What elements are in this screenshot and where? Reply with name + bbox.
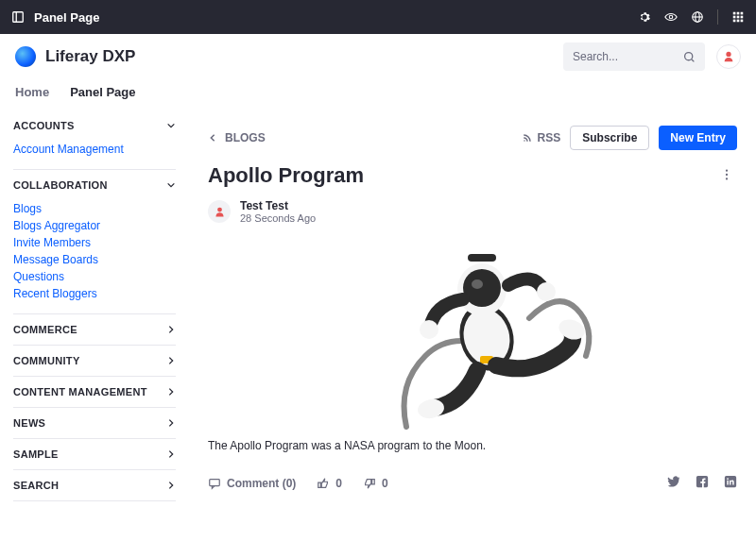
svg-point-17: [726, 52, 730, 57]
rss-label: RSS: [538, 131, 561, 144]
dislike-button[interactable]: 0: [363, 477, 388, 490]
svg-rect-14: [741, 20, 744, 23]
sidebar-header-news[interactable]: NEWS: [13, 417, 176, 429]
sidebar-header-accounts[interactable]: ACCOUNTS: [13, 120, 176, 131]
blog-actions: RSS Subscribe New Entry: [522, 126, 737, 150]
back-to-blogs[interactable]: BLOGS: [208, 131, 266, 144]
more-options-button[interactable]: [716, 164, 737, 188]
blog-title: Apollo Program: [208, 163, 364, 188]
sidebar-group-community: COMMUNITY: [13, 346, 176, 377]
sidebar-group-sample: SAMPLE: [13, 439, 176, 470]
apps-icon[interactable]: [731, 10, 745, 24]
sidebar-link-recent-bloggers[interactable]: Recent Bloggers: [13, 287, 176, 300]
svg-rect-7: [737, 12, 740, 15]
author-name: Test Test: [240, 199, 316, 212]
svg-point-27: [472, 279, 483, 289]
author-avatar[interactable]: [208, 200, 231, 223]
author-row: Test Test 28 Seconds Ago: [208, 199, 737, 224]
svg-rect-12: [733, 20, 736, 23]
gear-icon[interactable]: [638, 10, 651, 24]
sidebar-header-sample[interactable]: SAMPLE: [13, 448, 176, 460]
sidebar-link-blogs-aggregator[interactable]: Blogs Aggregator: [13, 219, 176, 232]
chevron-down-icon: [166, 121, 176, 130]
sidebar-header-community[interactable]: COMMUNITY: [13, 355, 176, 366]
share-twitter[interactable]: [667, 475, 680, 491]
sidebar-header-collaboration[interactable]: COLLABORATION: [13, 179, 176, 191]
dots-vertical-icon: [720, 168, 733, 181]
chevron-left-icon: [208, 133, 217, 143]
svg-point-2: [669, 15, 673, 19]
svg-rect-33: [210, 479, 220, 485]
footer-right: [667, 475, 737, 491]
sidebar-header-content-management[interactable]: CONTENT MANAGEMENT: [13, 386, 176, 397]
share-linkedin[interactable]: [724, 475, 737, 491]
search-placeholder: Search...: [573, 50, 618, 63]
logo-wrap[interactable]: Liferay DXP: [15, 46, 135, 67]
comment-button[interactable]: Comment (0): [208, 477, 296, 490]
sidebar-group-news: NEWS: [13, 408, 176, 439]
author-time: 28 Seconds Ago: [240, 212, 316, 224]
svg-rect-0: [13, 12, 24, 23]
sidebar-group-content-management: CONTENT MANAGEMENT: [13, 377, 176, 408]
astronaut-illustration: [340, 243, 605, 431]
sidebar-title: COMMUNITY: [13, 355, 80, 366]
logo-icon: [15, 46, 36, 67]
sidebar-group-commerce: COMMERCE: [13, 314, 176, 346]
rss-icon: [522, 132, 533, 144]
sidebar-title: ACCOUNTS: [13, 120, 75, 131]
rss-link[interactable]: RSS: [522, 131, 561, 144]
sidebar-header-commerce[interactable]: COMMERCE: [13, 324, 176, 335]
sidebar-title: COLLABORATION: [13, 179, 108, 191]
user-icon: [214, 206, 226, 218]
like-button[interactable]: 0: [317, 477, 342, 490]
twitter-icon: [667, 475, 680, 488]
layout: ACCOUNTS Account Management COLLABORATIO…: [0, 110, 756, 506]
comment-icon: [208, 477, 221, 490]
sidebar-link-message-boards[interactable]: Message Boards: [13, 253, 176, 266]
chevron-right-icon: [166, 481, 176, 490]
svg-rect-13: [737, 20, 740, 23]
eye-icon[interactable]: [664, 10, 678, 24]
sidebar-header-search[interactable]: SEARCH: [13, 480, 176, 491]
nav-panel-page[interactable]: Panel Page: [70, 85, 135, 99]
svg-point-21: [217, 207, 222, 211]
sidebar-title: SAMPLE: [13, 448, 59, 460]
svg-rect-6: [733, 12, 736, 15]
footer-left: Comment (0) 0 0: [208, 477, 388, 490]
svg-rect-11: [741, 16, 744, 19]
blog-image: [208, 243, 737, 431]
svg-point-20: [726, 178, 728, 179]
blog-footer: Comment (0) 0 0: [208, 475, 737, 491]
subscribe-button[interactable]: Subscribe: [570, 126, 649, 150]
sidebar-group-collaboration: COLLABORATION Blogs Blogs Aggregator Inv…: [13, 170, 176, 314]
like-count: 0: [335, 477, 342, 490]
comment-label: Comment (0): [227, 477, 296, 490]
search-icon: [683, 51, 696, 63]
panel-icon[interactable]: [11, 10, 25, 24]
breadcrumb-label: BLOGS: [225, 131, 266, 144]
sidebar-group-search: SEARCH: [13, 470, 176, 501]
svg-rect-8: [741, 12, 744, 15]
user-avatar[interactable]: [716, 44, 741, 69]
sidebar-title: COMMERCE: [13, 324, 77, 335]
svg-point-19: [726, 173, 728, 175]
brand-title: Liferay DXP: [45, 47, 135, 66]
new-entry-button[interactable]: New Entry: [659, 126, 737, 150]
globe-icon[interactable]: [691, 10, 704, 24]
sidebar-link-questions[interactable]: Questions: [13, 270, 176, 283]
top-bar-right: [638, 9, 745, 25]
nav-home[interactable]: Home: [15, 85, 49, 99]
main-content: BLOGS RSS Subscribe New Entry Apollo Pro…: [189, 110, 756, 506]
nav-tabs: Home Panel Page: [0, 79, 756, 110]
sidebar-link-account-management[interactable]: Account Management: [13, 143, 176, 156]
header-right: Search...: [563, 42, 741, 71]
search-input[interactable]: Search...: [563, 42, 705, 71]
share-facebook[interactable]: [696, 475, 709, 491]
chevron-right-icon: [166, 418, 176, 428]
chevron-right-icon: [166, 449, 176, 459]
blog-description: The Apollo Program was a NASA program to…: [208, 439, 737, 452]
sidebar-link-blogs[interactable]: Blogs: [13, 202, 176, 215]
svg-rect-10: [737, 16, 740, 19]
svg-rect-28: [468, 254, 496, 262]
sidebar-link-invite-members[interactable]: Invite Members: [13, 236, 176, 249]
